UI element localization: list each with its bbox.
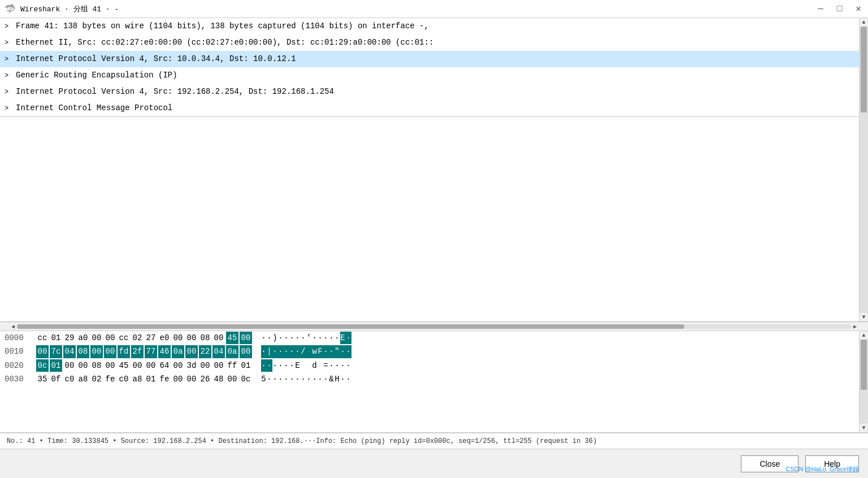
hex-byte-1-7[interactable]: 2f <box>131 345 144 358</box>
hscroll-track[interactable] <box>17 324 851 329</box>
hex-byte-2-8[interactable]: 00 <box>145 359 157 372</box>
hex-byte-0-12[interactable]: 08 <box>199 332 211 344</box>
hex-byte-2-9[interactable]: 64 <box>158 359 171 372</box>
tree-vscrollbar[interactable]: ▲ ▼ <box>859 18 868 321</box>
hex-byte-0-1[interactable]: 01 <box>50 332 62 344</box>
hex-byte-3-0[interactable]: 35 <box>36 373 49 385</box>
hex-byte-1-15[interactable]: 00 <box>240 345 252 358</box>
tree-scroll-track[interactable] <box>860 27 868 313</box>
hex-byte-0-13[interactable]: 00 <box>212 332 225 344</box>
hex-byte-1-1[interactable]: 7c <box>50 345 62 358</box>
hex-byte-1-14[interactable]: 0a <box>226 345 238 358</box>
close-button[interactable]: Close <box>741 455 798 472</box>
hex-byte-3-6[interactable]: c0 <box>118 373 130 385</box>
hex-byte-1-5[interactable]: 00 <box>104 345 116 358</box>
hex-byte-0-2[interactable]: 29 <box>63 332 76 344</box>
hex-byte-2-2[interactable]: 00 <box>63 359 76 372</box>
hex-byte-3-8[interactable]: 01 <box>145 373 157 385</box>
hex-byte-2-7[interactable]: 00 <box>131 359 144 372</box>
close-window-button[interactable]: ✕ <box>853 3 863 15</box>
help-button[interactable]: Help <box>805 455 859 472</box>
hex-byte-2-11[interactable]: 3d <box>185 359 198 372</box>
hex-byte-2-4[interactable]: 08 <box>90 359 103 372</box>
hex-byte-3-3[interactable]: a8 <box>77 373 89 385</box>
hscroll-thumb[interactable] <box>17 324 684 329</box>
tree-row-3[interactable]: >Generic Routing Encapsulation (IP) <box>0 67 859 84</box>
hex-byte-1-0[interactable]: 00 <box>36 345 49 358</box>
expand-arrow-4[interactable]: > <box>5 87 14 97</box>
hex-byte-1-4[interactable]: 00 <box>90 345 103 358</box>
expand-arrow-0[interactable]: > <box>5 21 14 32</box>
hex-byte-3-11[interactable]: 00 <box>185 373 198 385</box>
tree-scroll-thumb[interactable] <box>861 27 867 112</box>
hex-byte-2-15[interactable]: 01 <box>240 359 252 372</box>
hex-byte-0-4[interactable]: 00 <box>90 332 103 344</box>
tree-row-2[interactable]: >Internet Protocol Version 4, Src: 10.0.… <box>0 51 859 67</box>
hex-byte-2-1[interactable]: 01 <box>50 359 62 372</box>
hex-byte-3-1[interactable]: 0f <box>50 373 62 385</box>
hex-byte-3-4[interactable]: 02 <box>90 373 103 385</box>
maximize-button[interactable]: □ <box>835 3 845 15</box>
hex-byte-1-10[interactable]: 0a <box>172 345 184 358</box>
hex-scroll-up-arrow[interactable]: ▲ <box>861 331 866 340</box>
hex-byte-3-12[interactable]: 26 <box>199 373 211 385</box>
hex-byte-1-2[interactable]: 04 <box>63 345 76 358</box>
hex-byte-3-13[interactable]: 48 <box>212 373 225 385</box>
hex-byte-3-7[interactable]: a8 <box>131 373 144 385</box>
expand-arrow-1[interactable]: > <box>5 38 14 48</box>
hex-byte-0-6[interactable]: cc <box>118 332 130 344</box>
hex-scroll-track[interactable] <box>860 340 868 424</box>
expand-arrow-3[interactable]: > <box>5 71 14 81</box>
hex-byte-0-0[interactable]: cc <box>36 332 49 344</box>
ascii-char-3-8: · <box>306 373 312 385</box>
hex-byte-1-13[interactable]: 04 <box>212 345 225 358</box>
tree-scroll-down-arrow[interactable]: ▼ <box>861 313 866 321</box>
tree-scroll-up-arrow[interactable]: ▲ <box>861 18 866 27</box>
hscroll-right-arrow[interactable]: ▶ <box>853 323 857 330</box>
hex-vscrollbar[interactable]: ▲ ▼ <box>859 331 868 432</box>
hex-byte-0-8[interactable]: 27 <box>145 332 157 344</box>
hex-byte-1-11[interactable]: 00 <box>185 345 198 358</box>
hex-byte-3-2[interactable]: c0 <box>63 373 76 385</box>
hex-byte-0-10[interactable]: 00 <box>172 332 184 344</box>
hex-byte-3-9[interactable]: fe <box>158 373 171 385</box>
hex-byte-1-12[interactable]: 22 <box>199 345 211 358</box>
hex-byte-2-13[interactable]: 00 <box>212 359 225 372</box>
hex-byte-3-14[interactable]: 00 <box>226 373 238 385</box>
horizontal-scrollbar[interactable]: ◀ ▶ <box>0 322 868 331</box>
hex-byte-0-7[interactable]: 02 <box>131 332 144 344</box>
hex-byte-3-10[interactable]: 00 <box>172 373 184 385</box>
protocol-tree[interactable]: >Frame 41: 138 bytes on wire (1104 bits)… <box>0 18 859 117</box>
hex-byte-0-11[interactable]: 00 <box>185 332 198 344</box>
hex-byte-1-9[interactable]: 46 <box>158 345 171 358</box>
hex-byte-2-5[interactable]: 00 <box>104 359 116 372</box>
hex-byte-0-5[interactable]: 00 <box>104 332 116 344</box>
hex-byte-1-3[interactable]: 08 <box>77 345 89 358</box>
hex-byte-2-14[interactable]: ff <box>226 359 238 372</box>
minimize-button[interactable]: — <box>815 3 826 15</box>
hex-byte-0-14[interactable]: 45 <box>226 332 238 344</box>
ascii-char-2-3: · <box>278 359 284 372</box>
hscroll-left-arrow[interactable]: ◀ <box>11 323 15 330</box>
hex-byte-0-3[interactable]: a0 <box>77 332 89 344</box>
tree-row-0[interactable]: >Frame 41: 138 bytes on wire (1104 bits)… <box>0 18 859 34</box>
hex-byte-2-3[interactable]: 00 <box>77 359 89 372</box>
tree-row-4[interactable]: >Internet Protocol Version 4, Src: 192.1… <box>0 84 859 100</box>
hex-byte-1-6[interactable]: fd <box>118 345 130 358</box>
tree-row-5[interactable]: >Internet Control Message Protocol <box>0 100 859 116</box>
hex-byte-0-15[interactable]: 00 <box>240 332 252 344</box>
hex-panel[interactable]: 0000cc0129a00000cc0227e0000008004500··)·… <box>0 331 859 432</box>
hex-byte-2-10[interactable]: 00 <box>172 359 184 372</box>
expand-arrow-2[interactable]: > <box>5 54 14 64</box>
expand-arrow-5[interactable]: > <box>5 103 14 114</box>
hex-byte-2-0[interactable]: 0c <box>36 359 49 372</box>
hex-byte-3-15[interactable]: 0c <box>240 373 252 385</box>
hex-scroll-down-arrow[interactable]: ▼ <box>861 424 866 432</box>
hex-byte-2-12[interactable]: 00 <box>199 359 211 372</box>
hex-byte-1-8[interactable]: 77 <box>145 345 157 358</box>
hex-byte-2-6[interactable]: 45 <box>118 359 130 372</box>
tree-row-1[interactable]: >Ethernet II, Src: cc:02:27:e0:00:00 (cc… <box>0 34 859 51</box>
hex-byte-0-9[interactable]: e0 <box>158 332 171 344</box>
hex-scroll-thumb[interactable] <box>861 340 867 390</box>
hex-byte-3-5[interactable]: fe <box>104 373 116 385</box>
